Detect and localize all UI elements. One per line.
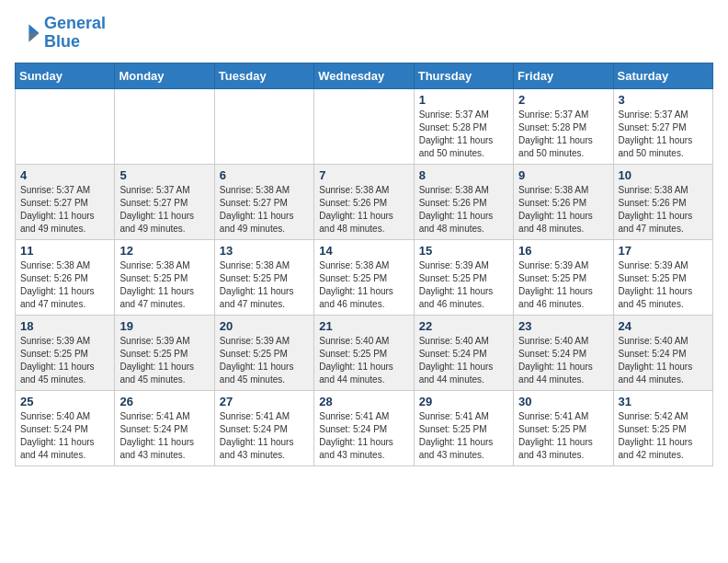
calendar-cell: 27Sunrise: 5:41 AM Sunset: 5:24 PM Dayli… <box>214 390 313 465</box>
calendar-cell: 15Sunrise: 5:39 AM Sunset: 5:25 PM Dayli… <box>414 239 513 315</box>
calendar-cell: 10Sunrise: 5:38 AM Sunset: 5:26 PM Dayli… <box>613 164 712 239</box>
day-info: Sunrise: 5:37 AM Sunset: 5:27 PM Dayligh… <box>119 184 209 236</box>
day-info: Sunrise: 5:41 AM Sunset: 5:25 PM Dayligh… <box>419 410 508 462</box>
day-number: 25 <box>20 395 109 408</box>
calendar-cell: 29Sunrise: 5:41 AM Sunset: 5:25 PM Dayli… <box>414 390 513 465</box>
day-number: 9 <box>518 168 608 182</box>
day-number: 23 <box>518 319 608 333</box>
day-info: Sunrise: 5:40 AM Sunset: 5:24 PM Dayligh… <box>619 335 708 386</box>
day-info: Sunrise: 5:37 AM Sunset: 5:28 PM Dayligh… <box>518 109 608 160</box>
logo: General Blue <box>15 15 106 52</box>
calendar-cell: 25Sunrise: 5:40 AM Sunset: 5:24 PM Dayli… <box>16 390 115 465</box>
calendar-cell: 22Sunrise: 5:40 AM Sunset: 5:24 PM Dayli… <box>414 315 513 390</box>
col-header-monday: Monday <box>115 63 214 88</box>
day-info: Sunrise: 5:41 AM Sunset: 5:24 PM Dayligh… <box>220 410 309 462</box>
col-header-tuesday: Tuesday <box>214 63 313 88</box>
day-info: Sunrise: 5:40 AM Sunset: 5:25 PM Dayligh… <box>319 335 408 386</box>
day-number: 11 <box>20 244 109 258</box>
day-number: 4 <box>20 168 109 182</box>
day-info: Sunrise: 5:39 AM Sunset: 5:25 PM Dayligh… <box>518 259 608 311</box>
calendar-table: SundayMondayTuesdayWednesdayThursdayFrid… <box>15 63 713 466</box>
day-number: 13 <box>220 244 309 258</box>
day-info: Sunrise: 5:37 AM Sunset: 5:27 PM Dayligh… <box>619 109 708 160</box>
calendar-week-row: 4Sunrise: 5:37 AM Sunset: 5:27 PM Daylig… <box>16 164 713 239</box>
svg-marker-0 <box>28 24 39 33</box>
page-header: General Blue <box>15 15 713 52</box>
day-info: Sunrise: 5:38 AM Sunset: 5:25 PM Dayligh… <box>319 259 408 311</box>
calendar-cell: 11Sunrise: 5:38 AM Sunset: 5:26 PM Dayli… <box>16 239 115 315</box>
calendar-cell: 14Sunrise: 5:38 AM Sunset: 5:25 PM Dayli… <box>314 239 414 315</box>
day-number: 10 <box>619 168 708 182</box>
day-number: 8 <box>419 168 508 182</box>
logo-icon <box>15 20 40 46</box>
day-number: 26 <box>119 395 209 408</box>
calendar-cell: 18Sunrise: 5:39 AM Sunset: 5:25 PM Dayli… <box>16 315 115 390</box>
logo-text-line2: Blue <box>44 33 106 52</box>
day-info: Sunrise: 5:39 AM Sunset: 5:25 PM Dayligh… <box>619 259 708 311</box>
calendar-cell: 9Sunrise: 5:38 AM Sunset: 5:26 PM Daylig… <box>514 164 613 239</box>
calendar-week-row: 18Sunrise: 5:39 AM Sunset: 5:25 PM Dayli… <box>16 315 713 390</box>
calendar-cell: 8Sunrise: 5:38 AM Sunset: 5:26 PM Daylig… <box>414 164 513 239</box>
day-number: 16 <box>518 244 608 258</box>
col-header-thursday: Thursday <box>414 63 513 88</box>
day-info: Sunrise: 5:40 AM Sunset: 5:24 PM Dayligh… <box>419 335 508 386</box>
day-info: Sunrise: 5:37 AM Sunset: 5:27 PM Dayligh… <box>20 184 109 236</box>
day-number: 24 <box>619 319 708 333</box>
calendar-cell <box>16 88 115 164</box>
calendar-cell: 12Sunrise: 5:38 AM Sunset: 5:25 PM Dayli… <box>115 239 214 315</box>
day-number: 17 <box>619 244 708 258</box>
day-info: Sunrise: 5:38 AM Sunset: 5:27 PM Dayligh… <box>220 184 309 236</box>
day-info: Sunrise: 5:41 AM Sunset: 5:25 PM Dayligh… <box>518 410 608 462</box>
calendar-cell: 4Sunrise: 5:37 AM Sunset: 5:27 PM Daylig… <box>16 164 115 239</box>
day-info: Sunrise: 5:39 AM Sunset: 5:25 PM Dayligh… <box>220 335 309 386</box>
day-number: 2 <box>518 93 608 107</box>
day-number: 5 <box>119 168 209 182</box>
day-number: 7 <box>319 168 408 182</box>
calendar-header-row: SundayMondayTuesdayWednesdayThursdayFrid… <box>16 63 713 88</box>
day-number: 27 <box>220 395 309 408</box>
day-info: Sunrise: 5:37 AM Sunset: 5:28 PM Dayligh… <box>419 109 508 160</box>
day-info: Sunrise: 5:38 AM Sunset: 5:25 PM Dayligh… <box>220 259 309 311</box>
calendar-cell: 26Sunrise: 5:41 AM Sunset: 5:24 PM Dayli… <box>115 390 214 465</box>
calendar-cell: 16Sunrise: 5:39 AM Sunset: 5:25 PM Dayli… <box>514 239 613 315</box>
day-number: 31 <box>619 395 708 408</box>
calendar-cell: 31Sunrise: 5:42 AM Sunset: 5:25 PM Dayli… <box>613 390 712 465</box>
day-number: 14 <box>319 244 408 258</box>
day-number: 6 <box>220 168 309 182</box>
day-info: Sunrise: 5:39 AM Sunset: 5:25 PM Dayligh… <box>419 259 508 311</box>
calendar-cell: 24Sunrise: 5:40 AM Sunset: 5:24 PM Dayli… <box>613 315 712 390</box>
day-info: Sunrise: 5:41 AM Sunset: 5:24 PM Dayligh… <box>319 410 408 462</box>
day-number: 15 <box>419 244 508 258</box>
day-info: Sunrise: 5:39 AM Sunset: 5:25 PM Dayligh… <box>119 335 209 386</box>
calendar-week-row: 1Sunrise: 5:37 AM Sunset: 5:28 PM Daylig… <box>16 88 713 164</box>
calendar-cell: 3Sunrise: 5:37 AM Sunset: 5:27 PM Daylig… <box>613 88 712 164</box>
day-number: 28 <box>319 395 408 408</box>
day-number: 18 <box>20 319 109 333</box>
svg-marker-1 <box>28 33 39 42</box>
calendar-week-row: 11Sunrise: 5:38 AM Sunset: 5:26 PM Dayli… <box>16 239 713 315</box>
day-number: 21 <box>319 319 408 333</box>
col-header-sunday: Sunday <box>16 63 115 88</box>
calendar-cell: 2Sunrise: 5:37 AM Sunset: 5:28 PM Daylig… <box>514 88 613 164</box>
day-info: Sunrise: 5:38 AM Sunset: 5:25 PM Dayligh… <box>119 259 209 311</box>
calendar-week-row: 25Sunrise: 5:40 AM Sunset: 5:24 PM Dayli… <box>16 390 713 465</box>
day-number: 3 <box>619 93 708 107</box>
day-info: Sunrise: 5:38 AM Sunset: 5:26 PM Dayligh… <box>518 184 608 236</box>
day-info: Sunrise: 5:41 AM Sunset: 5:24 PM Dayligh… <box>119 410 209 462</box>
day-number: 22 <box>419 319 508 333</box>
logo-text-line1: General <box>44 15 106 33</box>
day-info: Sunrise: 5:40 AM Sunset: 5:24 PM Dayligh… <box>518 335 608 386</box>
day-number: 12 <box>119 244 209 258</box>
col-header-friday: Friday <box>514 63 613 88</box>
day-info: Sunrise: 5:38 AM Sunset: 5:26 PM Dayligh… <box>319 184 408 236</box>
calendar-cell <box>314 88 414 164</box>
calendar-cell: 17Sunrise: 5:39 AM Sunset: 5:25 PM Dayli… <box>613 239 712 315</box>
day-number: 20 <box>220 319 309 333</box>
day-info: Sunrise: 5:42 AM Sunset: 5:25 PM Dayligh… <box>619 410 708 462</box>
calendar-cell: 5Sunrise: 5:37 AM Sunset: 5:27 PM Daylig… <box>115 164 214 239</box>
day-number: 1 <box>419 93 508 107</box>
calendar-cell: 28Sunrise: 5:41 AM Sunset: 5:24 PM Dayli… <box>314 390 414 465</box>
day-info: Sunrise: 5:38 AM Sunset: 5:26 PM Dayligh… <box>419 184 508 236</box>
col-header-saturday: Saturday <box>613 63 712 88</box>
calendar-cell: 21Sunrise: 5:40 AM Sunset: 5:25 PM Dayli… <box>314 315 414 390</box>
